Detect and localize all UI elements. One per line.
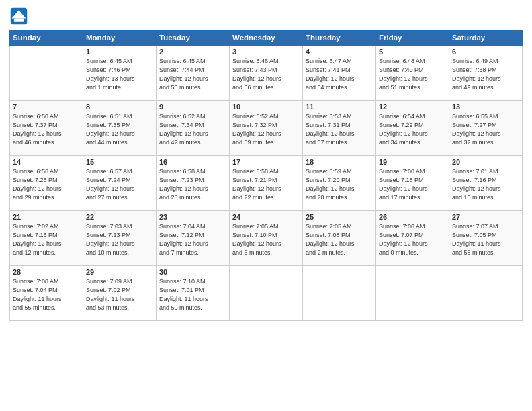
header-row: SundayMondayTuesdayWednesdayThursdayFrid…	[10, 30, 523, 46]
header-cell-friday: Friday	[376, 30, 449, 46]
day-cell	[449, 266, 523, 321]
day-cell: 5Sunrise: 6:48 AM Sunset: 7:40 PM Daylig…	[376, 46, 449, 101]
day-number: 7	[13, 103, 80, 111]
day-number: 11	[306, 103, 373, 111]
day-number: 26	[379, 213, 446, 221]
day-number: 13	[452, 103, 519, 111]
day-cell: 4Sunrise: 6:47 AM Sunset: 7:41 PM Daylig…	[303, 46, 376, 101]
week-row-4: 28Sunrise: 7:08 AM Sunset: 7:04 PM Dayli…	[10, 266, 523, 321]
day-info: Sunrise: 7:06 AM Sunset: 7:07 PM Dayligh…	[379, 222, 446, 257]
header-cell-saturday: Saturday	[449, 30, 523, 46]
day-cell: 3Sunrise: 6:46 AM Sunset: 7:43 PM Daylig…	[230, 46, 303, 101]
day-cell: 23Sunrise: 7:04 AM Sunset: 7:12 PM Dayli…	[157, 211, 230, 266]
day-cell: 7Sunrise: 6:50 AM Sunset: 7:37 PM Daylig…	[10, 101, 83, 156]
day-number: 8	[86, 103, 153, 111]
day-info: Sunrise: 6:51 AM Sunset: 7:35 PM Dayligh…	[86, 112, 153, 147]
day-cell: 24Sunrise: 7:05 AM Sunset: 7:10 PM Dayli…	[230, 211, 303, 266]
day-number: 18	[306, 158, 373, 166]
day-info: Sunrise: 7:05 AM Sunset: 7:10 PM Dayligh…	[232, 222, 300, 257]
day-info: Sunrise: 7:09 AM Sunset: 7:02 PM Dayligh…	[86, 277, 153, 312]
day-info: Sunrise: 7:01 AM Sunset: 7:16 PM Dayligh…	[452, 167, 519, 202]
day-cell: 9Sunrise: 6:52 AM Sunset: 7:34 PM Daylig…	[157, 101, 230, 156]
day-info: Sunrise: 6:46 AM Sunset: 7:43 PM Dayligh…	[232, 57, 300, 92]
day-number: 19	[379, 158, 446, 166]
day-info: Sunrise: 6:52 AM Sunset: 7:34 PM Dayligh…	[159, 112, 226, 147]
day-number: 25	[306, 213, 373, 221]
day-cell: 19Sunrise: 7:00 AM Sunset: 7:18 PM Dayli…	[376, 156, 449, 211]
calendar-body: 1Sunrise: 6:45 AM Sunset: 7:46 PM Daylig…	[10, 46, 523, 321]
day-number: 30	[159, 268, 226, 276]
day-number: 29	[86, 268, 153, 276]
day-info: Sunrise: 6:57 AM Sunset: 7:24 PM Dayligh…	[86, 167, 153, 202]
day-info: Sunrise: 6:45 AM Sunset: 7:46 PM Dayligh…	[86, 57, 153, 92]
day-info: Sunrise: 7:03 AM Sunset: 7:13 PM Dayligh…	[86, 222, 153, 257]
day-cell	[303, 266, 376, 321]
day-info: Sunrise: 7:00 AM Sunset: 7:18 PM Dayligh…	[379, 167, 446, 202]
day-number: 16	[159, 158, 226, 166]
day-cell: 14Sunrise: 6:56 AM Sunset: 7:26 PM Dayli…	[10, 156, 83, 211]
day-number: 27	[452, 213, 519, 221]
svg-rect-2	[14, 19, 24, 22]
week-row-1: 7Sunrise: 6:50 AM Sunset: 7:37 PM Daylig…	[10, 101, 523, 156]
day-info: Sunrise: 6:49 AM Sunset: 7:38 PM Dayligh…	[452, 57, 519, 92]
day-cell: 30Sunrise: 7:10 AM Sunset: 7:01 PM Dayli…	[157, 266, 230, 321]
header	[9, 7, 523, 26]
page: SundayMondayTuesdayWednesdayThursdayFrid…	[0, 0, 532, 411]
header-cell-monday: Monday	[83, 30, 157, 46]
day-number: 12	[379, 103, 446, 111]
day-number: 1	[86, 48, 153, 56]
week-row-2: 14Sunrise: 6:56 AM Sunset: 7:26 PM Dayli…	[10, 156, 523, 211]
day-cell: 26Sunrise: 7:06 AM Sunset: 7:07 PM Dayli…	[376, 211, 449, 266]
day-number: 22	[86, 213, 153, 221]
day-cell: 2Sunrise: 6:45 AM Sunset: 7:44 PM Daylig…	[157, 46, 230, 101]
day-cell: 22Sunrise: 7:03 AM Sunset: 7:13 PM Dayli…	[83, 211, 157, 266]
day-number: 4	[306, 48, 373, 56]
day-number: 3	[232, 48, 300, 56]
day-cell: 11Sunrise: 6:53 AM Sunset: 7:31 PM Dayli…	[303, 101, 376, 156]
day-cell: 16Sunrise: 6:58 AM Sunset: 7:23 PM Dayli…	[157, 156, 230, 211]
day-number: 28	[13, 268, 80, 276]
day-number: 20	[452, 158, 519, 166]
day-info: Sunrise: 7:07 AM Sunset: 7:05 PM Dayligh…	[452, 222, 519, 257]
day-cell	[376, 266, 449, 321]
day-info: Sunrise: 7:08 AM Sunset: 7:04 PM Dayligh…	[13, 277, 80, 312]
day-cell: 10Sunrise: 6:52 AM Sunset: 7:32 PM Dayli…	[230, 101, 303, 156]
day-number: 2	[159, 48, 226, 56]
logo-icon	[9, 7, 28, 26]
header-cell-sunday: Sunday	[10, 30, 83, 46]
day-info: Sunrise: 6:50 AM Sunset: 7:37 PM Dayligh…	[13, 112, 80, 147]
day-info: Sunrise: 6:48 AM Sunset: 7:40 PM Dayligh…	[379, 57, 446, 92]
day-cell	[10, 46, 83, 101]
day-cell: 12Sunrise: 6:54 AM Sunset: 7:29 PM Dayli…	[376, 101, 449, 156]
calendar-header: SundayMondayTuesdayWednesdayThursdayFrid…	[10, 30, 523, 46]
day-info: Sunrise: 6:58 AM Sunset: 7:23 PM Dayligh…	[159, 167, 226, 202]
day-info: Sunrise: 7:10 AM Sunset: 7:01 PM Dayligh…	[159, 277, 226, 312]
day-info: Sunrise: 7:05 AM Sunset: 7:08 PM Dayligh…	[306, 222, 373, 257]
calendar-table: SundayMondayTuesdayWednesdayThursdayFrid…	[9, 30, 523, 321]
day-cell: 6Sunrise: 6:49 AM Sunset: 7:38 PM Daylig…	[449, 46, 523, 101]
header-cell-thursday: Thursday	[303, 30, 376, 46]
day-cell: 29Sunrise: 7:09 AM Sunset: 7:02 PM Dayli…	[83, 266, 157, 321]
day-cell: 15Sunrise: 6:57 AM Sunset: 7:24 PM Dayli…	[83, 156, 157, 211]
day-cell: 18Sunrise: 6:59 AM Sunset: 7:20 PM Dayli…	[303, 156, 376, 211]
day-number: 6	[452, 48, 519, 56]
day-info: Sunrise: 6:54 AM Sunset: 7:29 PM Dayligh…	[379, 112, 446, 147]
day-info: Sunrise: 7:02 AM Sunset: 7:15 PM Dayligh…	[13, 222, 80, 257]
day-info: Sunrise: 6:52 AM Sunset: 7:32 PM Dayligh…	[232, 112, 300, 147]
day-number: 5	[379, 48, 446, 56]
day-info: Sunrise: 6:59 AM Sunset: 7:20 PM Dayligh…	[306, 167, 373, 202]
day-number: 24	[232, 213, 300, 221]
day-number: 23	[159, 213, 226, 221]
day-info: Sunrise: 7:04 AM Sunset: 7:12 PM Dayligh…	[159, 222, 226, 257]
header-cell-wednesday: Wednesday	[230, 30, 303, 46]
day-info: Sunrise: 6:45 AM Sunset: 7:44 PM Dayligh…	[159, 57, 226, 92]
day-cell: 20Sunrise: 7:01 AM Sunset: 7:16 PM Dayli…	[449, 156, 523, 211]
day-number: 21	[13, 213, 80, 221]
day-cell: 25Sunrise: 7:05 AM Sunset: 7:08 PM Dayli…	[303, 211, 376, 266]
day-cell: 1Sunrise: 6:45 AM Sunset: 7:46 PM Daylig…	[83, 46, 157, 101]
day-cell: 17Sunrise: 6:58 AM Sunset: 7:21 PM Dayli…	[230, 156, 303, 211]
day-number: 9	[159, 103, 226, 111]
week-row-0: 1Sunrise: 6:45 AM Sunset: 7:46 PM Daylig…	[10, 46, 523, 101]
day-info: Sunrise: 6:56 AM Sunset: 7:26 PM Dayligh…	[13, 167, 80, 202]
day-info: Sunrise: 6:55 AM Sunset: 7:27 PM Dayligh…	[452, 112, 519, 147]
